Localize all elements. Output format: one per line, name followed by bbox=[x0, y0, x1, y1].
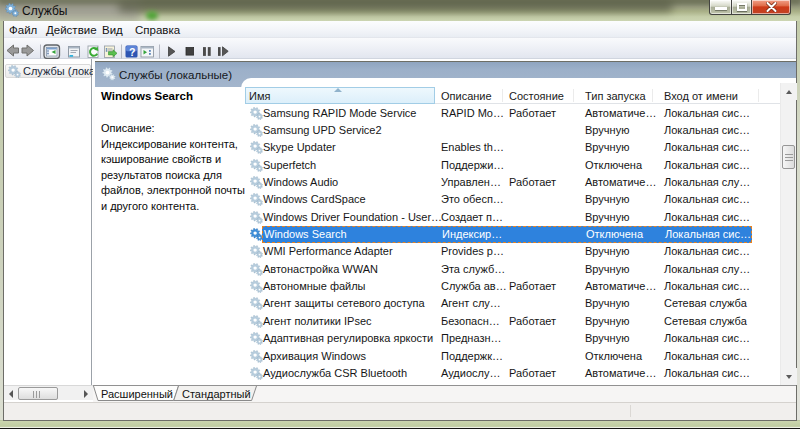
svg-text:Расширенный: Расширенный bbox=[101, 388, 173, 400]
svg-text:Стандартный: Стандартный bbox=[182, 388, 251, 400]
svg-text:?: ? bbox=[129, 46, 135, 58]
